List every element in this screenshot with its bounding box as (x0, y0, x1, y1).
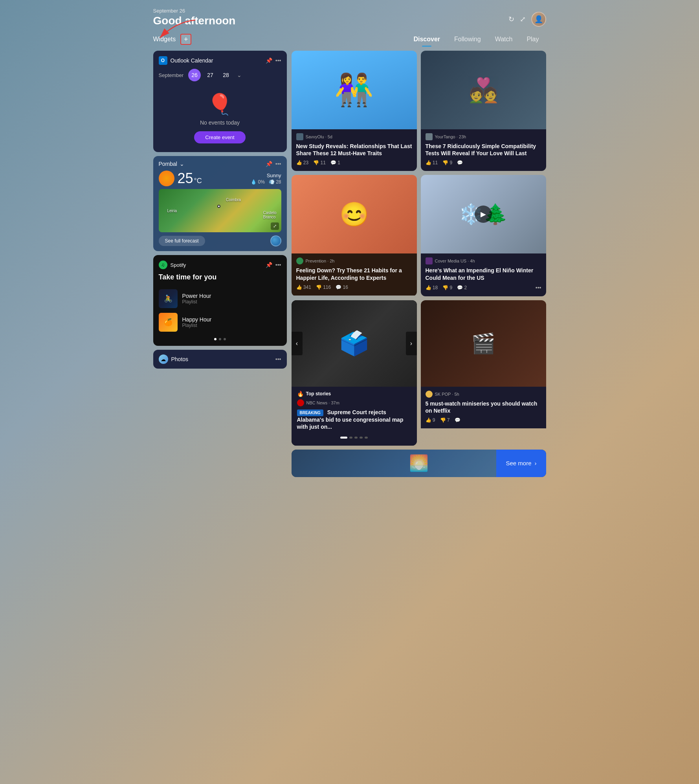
spotify-dots (159, 338, 281, 340)
more-icon-outlook[interactable]: ••• (275, 57, 281, 64)
cal-chevron[interactable]: ⌄ (237, 72, 242, 78)
expand-icon[interactable]: ⤢ (520, 15, 526, 24)
comments-2[interactable]: 💬 (457, 160, 463, 165)
no-events-text: No events today (200, 119, 240, 126)
dislikes-3[interactable]: 👎 116 (316, 285, 331, 290)
map-expand-button[interactable]: ⤢ (271, 222, 279, 230)
outlook-calendar-widget: O Outlook Calendar 📌 ••• September 26 27… (153, 51, 287, 152)
news-body-compatibility: YourTango · 23h These 7 Ridiculously Sim… (421, 129, 546, 171)
likes-2[interactable]: 👍 11 (426, 160, 438, 165)
cal-day-26[interactable]: 26 (188, 69, 201, 81)
create-event-button[interactable]: Create event (194, 131, 245, 143)
news-card-compatibility[interactable]: 💑 YourTango · 23h These 7 Ridiculously S… (421, 51, 546, 171)
spotify-app-name: Spotify (171, 262, 186, 268)
outlook-title: Outlook Calendar (171, 57, 213, 64)
news-title-elnino: Here's What an Impending El Niño Winter … (426, 267, 541, 281)
source-yourtango: YourTango · 23h (435, 134, 466, 139)
weather-globe-icon (270, 235, 281, 246)
avatar[interactable]: 👤 (531, 12, 546, 27)
temperature: 25 (178, 170, 193, 187)
carousel-dot-1[interactable] (340, 437, 347, 439)
widgets-column: O Outlook Calendar 📌 ••• September 26 27… (153, 51, 287, 477)
tab-play[interactable]: Play (519, 33, 546, 45)
nav-tabs: Discover Following Watch Play (406, 33, 546, 45)
playlist-item-power[interactable]: 🚴 Power Hour Playlist (159, 287, 281, 310)
location-chevron-icon[interactable]: ⌄ (180, 161, 184, 167)
carousel-next-button[interactable]: › (406, 332, 417, 355)
news-grid: 👫 SavvyOlu · 5d New Study Reveals: Relat… (292, 51, 546, 477)
greeting-text: Good afternoon (153, 15, 236, 27)
city-leiria: Leiria (167, 209, 177, 213)
pin-icon-weather[interactable]: 📌 (266, 161, 272, 167)
carousel-dot-3[interactable] (354, 437, 358, 439)
comments-4[interactable]: 💬 2 (457, 285, 467, 290)
see-more-bar: 🌅 See more › (292, 450, 546, 477)
source-covermedia: Cover Media US · 4h (435, 259, 475, 263)
dislikes-4[interactable]: 👎 9 (442, 285, 452, 290)
playlist-subtitle-happy: Playlist (182, 323, 212, 328)
news-title-habits: Feeling Down? Try These 21 Habits for a … (296, 267, 412, 281)
news-card-netflix[interactable]: 🎬 SK POP · 5h 5 must-watch miniseries yo… (421, 300, 546, 446)
more-icon-photos[interactable]: ••• (275, 356, 281, 362)
cal-day-28[interactable]: 28 (220, 69, 232, 81)
more-icon-weather[interactable]: ••• (275, 161, 281, 167)
news-card-breaking[interactable]: 🗳️ ‹ › 🔥 Top stories NBC News · 37m (292, 300, 417, 446)
pin-icon-spotify[interactable]: 📌 (266, 262, 272, 268)
news-title-relationships: New Study Reveals: Relationships That La… (296, 143, 412, 157)
dislikes-2[interactable]: 👎 9 (442, 160, 452, 165)
cal-day-27[interactable]: 27 (204, 69, 216, 81)
comments-1[interactable]: 💬 1 (330, 160, 340, 165)
see-forecast-button[interactable]: See full forecast (159, 236, 205, 246)
refresh-icon[interactable]: ↻ (508, 15, 514, 24)
carousel-dot-2[interactable] (349, 437, 352, 439)
comments-3[interactable]: 💬 16 (336, 285, 348, 290)
news-row-1: 👫 SavvyOlu · 5d New Study Reveals: Relat… (292, 51, 546, 171)
video-play-icon[interactable]: ▶ (475, 206, 492, 223)
carousel-dot-4[interactable] (360, 437, 363, 439)
more-options-elnino[interactable]: ••• (536, 285, 541, 291)
dislikes-1[interactable]: 👎 11 (313, 160, 326, 165)
tab-discover[interactable]: Discover (406, 33, 447, 45)
news-body-elnino: Cover Media US · 4h Here's What an Impen… (421, 253, 546, 296)
news-body-breaking: 🔥 Top stories NBC News · 37m BREAKING Su… (292, 387, 417, 446)
likes-1[interactable]: 👍 23 (296, 160, 309, 165)
source-savvyolu: SavvyOlu · 5d (306, 134, 332, 139)
source-skpop: SK POP · 5h (435, 392, 459, 397)
spotify-widget: ♫ Spotify 📌 ••• Take time for you 🚴 Powe… (153, 255, 287, 346)
carousel-dot-5[interactable] (365, 437, 368, 439)
news-card-habits[interactable]: 😊 Prevention · 2h Feeling Down? Try Thes… (292, 175, 417, 296)
comments-6[interactable]: 💬 (455, 417, 460, 423)
dot-1 (214, 338, 216, 340)
playlist-item-happy[interactable]: 🍊 Happy Hour Playlist (159, 310, 281, 334)
power-hour-thumbnail: 🚴 (159, 289, 178, 308)
likes-3[interactable]: 👍 341 (296, 285, 311, 290)
source-icon-nbc (297, 399, 304, 406)
photos-label: Photos (171, 356, 189, 362)
balloon-icon: 🎈 (207, 92, 233, 116)
news-row-3: 🗳️ ‹ › 🔥 Top stories NBC News · 37m (292, 300, 546, 446)
spotify-tagline: Take time for you (159, 273, 281, 281)
dislikes-6[interactable]: 👎 7 (440, 417, 450, 423)
add-widget-button[interactable]: + (180, 34, 191, 45)
news-card-relationships[interactable]: 👫 SavvyOlu · 5d New Study Reveals: Relat… (292, 51, 417, 171)
location-text: Pombal (159, 161, 177, 167)
sun-icon (159, 171, 174, 186)
carousel-prev-button[interactable]: ‹ (292, 332, 303, 355)
likes-6[interactable]: 👍 9 (426, 417, 435, 423)
pin-icon[interactable]: 📌 (266, 57, 272, 64)
dot-2 (219, 338, 221, 340)
source-icon-covermedia (426, 257, 433, 264)
tab-watch[interactable]: Watch (488, 33, 520, 45)
spotify-icon: ♫ (159, 261, 167, 269)
tab-following[interactable]: Following (447, 33, 488, 45)
photos-icon: ☁ (159, 354, 168, 364)
source-icon-skpop (426, 391, 433, 398)
more-icon-spotify[interactable]: ••• (275, 262, 281, 268)
weather-map: Coimbra CasteloBranco Leiria ⤢ (159, 189, 281, 232)
happy-hour-thumbnail: 🍊 (159, 313, 178, 332)
see-more-button[interactable]: See more › (496, 450, 546, 477)
likes-4[interactable]: 👍 18 (426, 285, 438, 290)
news-card-elnino[interactable]: ❄️🌲 ▶ Cover Media US · 4h Here's What an… (421, 175, 546, 296)
outlook-icon: O (159, 56, 167, 65)
news-title-compatibility: These 7 Ridiculously Simple Compatibilit… (426, 143, 541, 157)
